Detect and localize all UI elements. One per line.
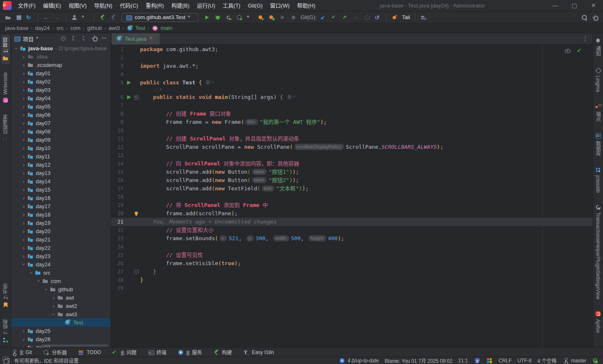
code-area[interactable]: 1package com.github.awt3;23import java.a…: [111, 44, 593, 347]
menu-item-5[interactable]: 重构(R): [142, 0, 167, 11]
tree-item-awt2[interactable]: ›awt2: [11, 302, 111, 310]
toolwindow-profiler[interactable]: 分析器: [43, 349, 67, 356]
build-hammer-icon[interactable]: [97, 12, 108, 22]
toolwindow-notifications[interactable]: 通知: [594, 35, 603, 59]
code-line-5[interactable]: 5public class Test {新 *: [111, 79, 593, 87]
toolwindow-database[interactable]: 数据库: [594, 130, 603, 158]
tree-item-day25[interactable]: ›day25: [11, 327, 111, 335]
code-line-11[interactable]: 11 // 创建 ScrollPanel 对象，并且指定默认的滚动条: [111, 135, 593, 143]
status-message[interactable]: 有可用更新。IDE 和项目设置: [3, 357, 79, 364]
tree-chevron-icon[interactable]: ›: [20, 212, 27, 218]
menu-item-3[interactable]: 导航(N): [90, 0, 116, 11]
tree-chevron-icon[interactable]: ›: [20, 79, 27, 85]
tree-chevron-icon[interactable]: ›: [20, 128, 27, 135]
tree-item-awt[interactable]: ›awt: [11, 293, 111, 302]
tree-chevron-icon[interactable]: ›: [21, 261, 27, 268]
code-line-1[interactable]: 1package com.github.awt3;: [111, 45, 593, 54]
tree-item-day03[interactable]: ›day03: [11, 86, 111, 94]
inspections-ok-icon[interactable]: [577, 47, 583, 54]
code-line-19[interactable]: 19 // 将 ScrollPanel 添加到 Frame 中: [111, 201, 593, 209]
tree-item-day14[interactable]: ›day14: [11, 177, 111, 185]
code-line-12[interactable]: 12 ScrollPane scrollPane = new ScrollPan…: [111, 143, 593, 151]
menu-item-9[interactable]: Git(G): [244, 0, 266, 11]
menu-item-4[interactable]: 代码(C): [116, 0, 142, 11]
tree-chevron-icon[interactable]: ›: [51, 311, 57, 317]
search-button[interactable]: [579, 12, 590, 22]
tree-item-day16[interactable]: ›day16: [11, 194, 111, 202]
tree-chevron-icon[interactable]: ›: [20, 236, 27, 243]
minimize-button[interactable]: —: [546, 0, 565, 11]
coverage-button[interactable]: [223, 12, 234, 22]
git-history-icon[interactable]: [362, 12, 372, 22]
tree-chevron-icon[interactable]: ›: [50, 295, 57, 301]
git-ahead-behind[interactable]: 4 Δ/up-to-date: [339, 357, 379, 364]
breadcrumb-com[interactable]: com: [70, 25, 81, 31]
toolwindow-terminal[interactable]: 终端: [148, 349, 167, 356]
stop-disabled-icon[interactable]: [288, 12, 299, 22]
breadcrumb-main[interactable]: main: [152, 25, 172, 32]
tree-item-com[interactable]: ›com: [11, 277, 111, 285]
user-icon[interactable]: [69, 12, 80, 22]
git-cherry-pick-icon[interactable]: [351, 12, 362, 22]
tree-item-day13[interactable]: ›day13: [11, 169, 111, 177]
git-rollback-button[interactable]: [372, 12, 383, 22]
tree-item-day12[interactable]: ›day12: [11, 160, 111, 169]
line-separator[interactable]: CRLF: [499, 358, 512, 364]
toolwindow-services[interactable]: 8: 服务: [177, 349, 202, 356]
code-line-29[interactable]: 29: [111, 284, 593, 293]
menu-item-0[interactable]: 文件(F): [14, 0, 39, 11]
tree-chevron-icon[interactable]: ›: [20, 153, 27, 160]
breadcrumb-day24[interactable]: day24: [35, 25, 49, 31]
ai-assistant-icon[interactable]: [154, 87, 160, 93]
toolwindow-apifox[interactable]: Apifox: [594, 308, 602, 335]
code-line-23[interactable]: 23 frame.setBounds(x:521, y:300, width:5…: [111, 234, 593, 243]
horizontal-scrollbar[interactable]: [41, 344, 108, 347]
tree-chevron-icon[interactable]: ›: [20, 112, 27, 118]
code-line-4[interactable]: 4: [111, 70, 593, 79]
git-update-button[interactable]: [318, 12, 329, 22]
toolwindow-toggle-icon[interactable]: [3, 357, 10, 364]
tree-chevron-icon[interactable]: ›: [20, 187, 27, 193]
tree-chevron-icon[interactable]: ›: [20, 95, 27, 101]
breadcrumb-awt3[interactable]: awt3: [108, 25, 120, 31]
tree-item-day07[interactable]: ›day07: [11, 119, 111, 127]
tree-chevron-icon[interactable]: ›: [20, 70, 27, 76]
code-line-24[interactable]: 24: [111, 243, 593, 251]
tree-item-day20[interactable]: ›day20: [11, 227, 111, 235]
code-line-25[interactable]: 25 // 设置可见性: [111, 251, 593, 259]
reader-mode-eye-icon[interactable]: [564, 47, 571, 54]
rerun-disabled-icon[interactable]: [277, 12, 288, 22]
menu-item-2[interactable]: 视图(V): [65, 0, 90, 11]
tree-chevron-icon[interactable]: ›: [20, 220, 27, 226]
code-line-18[interactable]: 18: [111, 193, 593, 201]
tree-item-day26[interactable]: ›day26: [11, 335, 111, 343]
tree-item-xcodemap[interactable]: ›.xcodemap: [11, 61, 111, 69]
code-line-20[interactable]: 20 frame.add(scrollPane);: [111, 209, 593, 218]
code-line-17[interactable]: 17 scrollPane.add(new TextField(text:"文本…: [111, 184, 593, 193]
maximize-button[interactable]: ▢: [565, 0, 584, 11]
code-line-22[interactable]: 22 // 设置位置和大小: [111, 226, 593, 234]
tree-chevron-icon[interactable]: ›: [20, 120, 27, 126]
toolwindow-build[interactable]: 构建: [213, 349, 232, 356]
tree-chevron-icon[interactable]: ›: [20, 87, 27, 93]
tree-item-github[interactable]: ›github: [11, 285, 111, 293]
toolwindow-endpoints[interactable]: 端点: [594, 100, 603, 124]
tree-item-day17[interactable]: ›day17: [11, 202, 111, 210]
tree-chevron-icon[interactable]: ›: [20, 62, 27, 68]
code-line-13[interactable]: 13: [111, 151, 593, 160]
write-access[interactable]: [592, 357, 599, 364]
code-line-9[interactable]: 9 Frame frame = new Frame(title:"我的第一个 A…: [111, 118, 593, 126]
toolwindow-project[interactable]: 1: 项目: [1, 35, 10, 64]
tree-item-day05[interactable]: ›day05: [11, 102, 111, 111]
tree-chevron-icon[interactable]: ›: [20, 54, 27, 60]
tree-chevron-icon[interactable]: ›: [20, 203, 27, 209]
windows-defender[interactable]: [486, 357, 493, 364]
breadcrumb-src[interactable]: src: [57, 25, 64, 31]
fold-end-icon[interactable]: [133, 268, 140, 275]
forward-icon[interactable]: [52, 12, 63, 22]
tree-chevron-icon[interactable]: ›: [20, 178, 27, 184]
tree-item-day08[interactable]: ›day08: [11, 127, 111, 135]
tree-chevron-icon[interactable]: ›: [20, 103, 27, 110]
menu-item-10[interactable]: 窗口(W): [266, 0, 293, 11]
toolwindow-easy-i18n[interactable]: Easy I18n: [243, 349, 274, 356]
